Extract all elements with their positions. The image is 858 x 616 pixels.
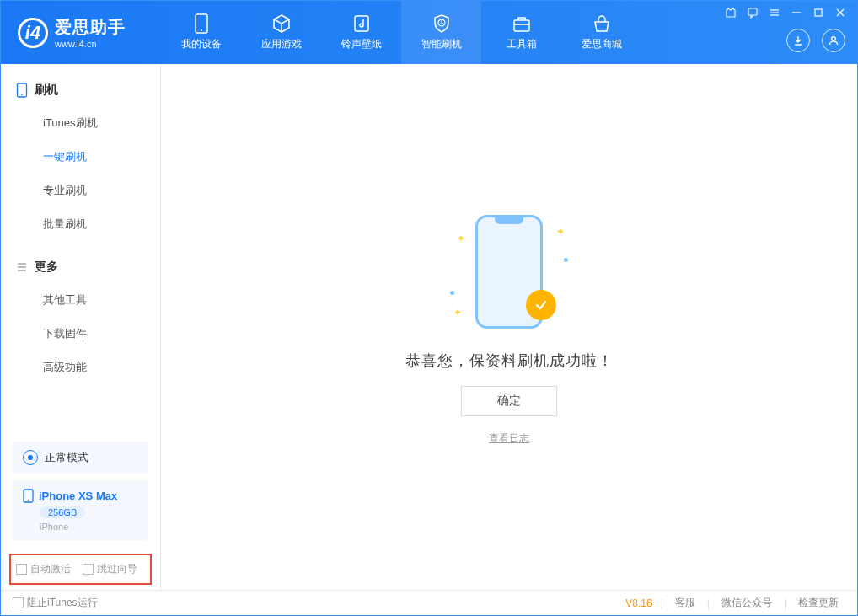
dot-icon [450,291,454,295]
svg-point-15 [21,94,23,96]
sidebar-item-other-tools[interactable]: 其他工具 [1,283,160,317]
download-button[interactable] [786,29,810,52]
footer-link-update[interactable]: 检查更新 [791,596,845,610]
nav-store[interactable]: 爱思商城 [561,1,641,64]
sidebar-item-download-firmware[interactable]: 下载固件 [1,317,160,351]
close-button[interactable] [834,6,847,19]
minimize-button[interactable] [790,6,803,19]
sidebar-item-oneclick-flash[interactable]: 一键刷机 [1,140,160,174]
music-icon [351,13,372,34]
nav-smart-flash[interactable]: 智能刷机 [401,1,481,64]
sparkle-icon: ✦ [556,226,565,238]
menu-icon[interactable] [768,6,781,19]
device-name: iPhone XS Max [39,490,117,502]
shield-icon [432,13,452,34]
nav-label: 工具箱 [507,37,537,51]
app-header: i4 爱思助手 www.i4.cn 我的设备 应用游戏 铃声壁纸 智能刷机 工具… [1,1,857,64]
success-illustration: ✦ ✦ ✦ [450,209,568,335]
checkbox-label: 自动激活 [30,562,71,576]
cube-icon [271,13,292,34]
user-button[interactable] [822,29,845,52]
svg-rect-5 [748,8,757,15]
checkbox-auto-activate[interactable]: 自动激活 [16,562,71,576]
device-card[interactable]: iPhone XS Max 256GB iPhone [13,480,148,540]
svg-point-13 [832,37,836,41]
checkbox-skip-guide[interactable]: 跳过向导 [83,562,137,576]
version-label: V8.16 [625,597,652,609]
svg-point-1 [201,29,202,31]
checkbox-prevent-itunes[interactable]: 阻止iTunes运行 [13,596,98,610]
list-icon [16,261,28,273]
logo-area: i4 爱思助手 www.i4.cn [1,16,161,49]
logo-icon: i4 [18,18,48,48]
footer-link-wechat[interactable]: 微信公众号 [715,596,779,610]
toolbox-icon [512,13,532,34]
nav-toolbox[interactable]: 工具箱 [481,1,561,64]
sidebar-section-more: 更多 [1,251,160,283]
nav-label: 智能刷机 [421,37,462,51]
section-title: 更多 [35,260,58,275]
device-icon [16,83,28,98]
checkbox-label: 跳过向导 [97,562,137,576]
highlighted-checkbox-row: 自动激活 跳过向导 [9,554,152,585]
svg-rect-10 [815,9,822,16]
nav-label: 应用游戏 [261,37,302,51]
sparkle-icon: ✦ [453,307,462,319]
main-nav: 我的设备 应用游戏 铃声壁纸 智能刷机 工具箱 爱思商城 [161,1,641,64]
nav-label: 铃声壁纸 [341,37,382,51]
svg-rect-3 [514,20,529,31]
app-subtitle: www.i4.cn [55,39,126,49]
mode-label: 正常模式 [45,450,88,465]
nav-label: 我的设备 [181,37,222,51]
view-log-link[interactable]: 查看日志 [489,431,529,446]
sidebar-item-batch-flash[interactable]: 批量刷机 [1,207,160,241]
sidebar-item-advanced[interactable]: 高级功能 [1,351,160,384]
phone-icon [23,489,34,503]
dot-icon [564,258,568,262]
main-content: ✦ ✦ ✦ 恭喜您，保资料刷机成功啦！ 确定 查看日志 [161,64,857,590]
window-controls [724,6,847,19]
sidebar: 刷机 iTunes刷机 一键刷机 专业刷机 批量刷机 更多 其他工具 下载固件 … [1,64,161,590]
phone-icon [191,13,212,34]
success-message: 恭喜您，保资料刷机成功啦！ [405,351,614,371]
checkbox-label: 阻止iTunes运行 [27,596,98,610]
nav-label: 爱思商城 [582,37,622,51]
sidebar-item-pro-flash[interactable]: 专业刷机 [1,174,160,207]
device-storage-badge: 256GB [40,506,85,518]
footer-link-support[interactable]: 客服 [668,596,702,610]
nav-apps-games[interactable]: 应用游戏 [241,1,321,64]
sidebar-item-itunes-flash[interactable]: iTunes刷机 [1,106,160,140]
mode-card[interactable]: 正常模式 [13,442,148,474]
ok-button[interactable]: 确定 [461,386,557,416]
sparkle-icon: ✦ [457,233,465,244]
svg-point-20 [28,500,29,501]
section-title: 刷机 [35,83,58,98]
check-badge-icon [526,290,556,320]
maximize-button[interactable] [812,6,825,19]
sidebar-section-flash: 刷机 [1,74,160,106]
header-right [786,29,845,52]
device-type: iPhone [40,522,138,532]
footer: 阻止iTunes运行 V8.16 | 客服 | 微信公众号 | 检查更新 [1,590,857,615]
mode-icon [23,450,38,465]
feedback-icon[interactable] [746,6,759,19]
skin-icon[interactable] [724,6,737,19]
nav-ringtones[interactable]: 铃声壁纸 [321,1,401,64]
nav-my-device[interactable]: 我的设备 [161,1,241,64]
app-title: 爱思助手 [55,16,126,39]
store-icon [592,13,612,34]
